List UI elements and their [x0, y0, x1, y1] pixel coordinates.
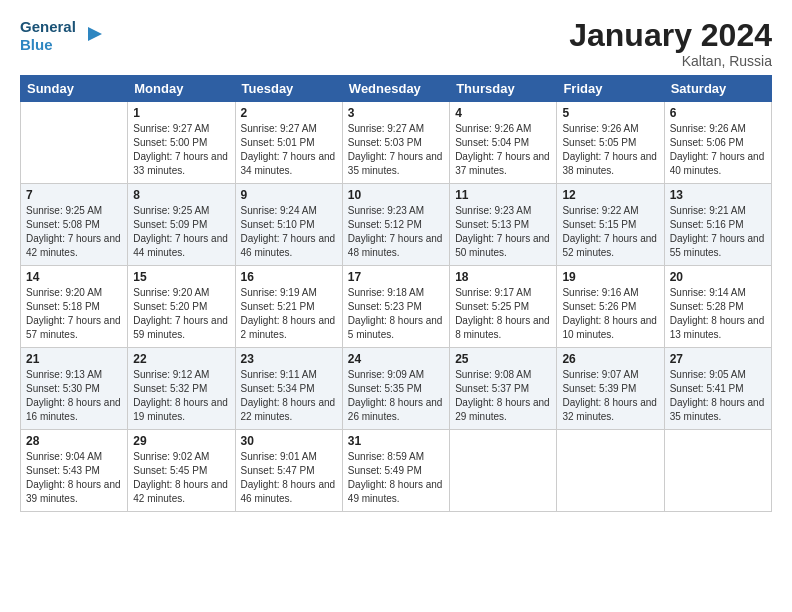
- title-block: January 2024 Kaltan, Russia: [569, 18, 772, 69]
- day-info: Sunrise: 9:07 AMSunset: 5:39 PMDaylight:…: [562, 369, 657, 422]
- day-cell: 9 Sunrise: 9:24 AMSunset: 5:10 PMDayligh…: [235, 184, 342, 266]
- day-number: 22: [133, 352, 229, 366]
- day-cell: 1 Sunrise: 9:27 AMSunset: 5:00 PMDayligh…: [128, 102, 235, 184]
- day-cell: [21, 102, 128, 184]
- week-row-3: 14 Sunrise: 9:20 AMSunset: 5:18 PMDaylig…: [21, 266, 772, 348]
- day-number: 14: [26, 270, 122, 284]
- week-row-1: 1 Sunrise: 9:27 AMSunset: 5:00 PMDayligh…: [21, 102, 772, 184]
- day-info: Sunrise: 8:59 AMSunset: 5:49 PMDaylight:…: [348, 451, 443, 504]
- day-cell: 10 Sunrise: 9:23 AMSunset: 5:12 PMDaylig…: [342, 184, 449, 266]
- day-cell: 8 Sunrise: 9:25 AMSunset: 5:09 PMDayligh…: [128, 184, 235, 266]
- day-number: 25: [455, 352, 551, 366]
- day-cell: 5 Sunrise: 9:26 AMSunset: 5:05 PMDayligh…: [557, 102, 664, 184]
- day-cell: 15 Sunrise: 9:20 AMSunset: 5:20 PMDaylig…: [128, 266, 235, 348]
- day-number: 19: [562, 270, 658, 284]
- day-number: 2: [241, 106, 337, 120]
- day-number: 1: [133, 106, 229, 120]
- day-cell: 27 Sunrise: 9:05 AMSunset: 5:41 PMDaylig…: [664, 348, 771, 430]
- header: General Blue January 2024 Kaltan, Russia: [20, 18, 772, 69]
- day-cell: 3 Sunrise: 9:27 AMSunset: 5:03 PMDayligh…: [342, 102, 449, 184]
- location: Kaltan, Russia: [569, 53, 772, 69]
- day-info: Sunrise: 9:18 AMSunset: 5:23 PMDaylight:…: [348, 287, 443, 340]
- day-info: Sunrise: 9:20 AMSunset: 5:20 PMDaylight:…: [133, 287, 228, 340]
- day-info: Sunrise: 9:25 AMSunset: 5:08 PMDaylight:…: [26, 205, 121, 258]
- day-number: 17: [348, 270, 444, 284]
- day-info: Sunrise: 9:17 AMSunset: 5:25 PMDaylight:…: [455, 287, 550, 340]
- day-cell: 2 Sunrise: 9:27 AMSunset: 5:01 PMDayligh…: [235, 102, 342, 184]
- logo: General Blue: [20, 18, 104, 53]
- day-info: Sunrise: 9:26 AMSunset: 5:04 PMDaylight:…: [455, 123, 550, 176]
- day-number: 15: [133, 270, 229, 284]
- day-info: Sunrise: 9:22 AMSunset: 5:15 PMDaylight:…: [562, 205, 657, 258]
- day-number: 30: [241, 434, 337, 448]
- logo-arrow-icon: [82, 23, 104, 45]
- day-cell: 19 Sunrise: 9:16 AMSunset: 5:26 PMDaylig…: [557, 266, 664, 348]
- month-title: January 2024: [569, 18, 772, 53]
- col-tuesday: Tuesday: [235, 76, 342, 102]
- day-number: 3: [348, 106, 444, 120]
- day-info: Sunrise: 9:24 AMSunset: 5:10 PMDaylight:…: [241, 205, 336, 258]
- day-info: Sunrise: 9:05 AMSunset: 5:41 PMDaylight:…: [670, 369, 765, 422]
- day-cell: 6 Sunrise: 9:26 AMSunset: 5:06 PMDayligh…: [664, 102, 771, 184]
- day-number: 13: [670, 188, 766, 202]
- day-info: Sunrise: 9:04 AMSunset: 5:43 PMDaylight:…: [26, 451, 121, 504]
- day-number: 28: [26, 434, 122, 448]
- day-info: Sunrise: 9:11 AMSunset: 5:34 PMDaylight:…: [241, 369, 336, 422]
- day-cell: 20 Sunrise: 9:14 AMSunset: 5:28 PMDaylig…: [664, 266, 771, 348]
- day-info: Sunrise: 9:08 AMSunset: 5:37 PMDaylight:…: [455, 369, 550, 422]
- day-info: Sunrise: 9:27 AMSunset: 5:01 PMDaylight:…: [241, 123, 336, 176]
- day-cell: 23 Sunrise: 9:11 AMSunset: 5:34 PMDaylig…: [235, 348, 342, 430]
- day-info: Sunrise: 9:27 AMSunset: 5:00 PMDaylight:…: [133, 123, 228, 176]
- day-info: Sunrise: 9:21 AMSunset: 5:16 PMDaylight:…: [670, 205, 765, 258]
- day-info: Sunrise: 9:26 AMSunset: 5:05 PMDaylight:…: [562, 123, 657, 176]
- day-number: 18: [455, 270, 551, 284]
- day-number: 5: [562, 106, 658, 120]
- day-number: 12: [562, 188, 658, 202]
- day-cell: 22 Sunrise: 9:12 AMSunset: 5:32 PMDaylig…: [128, 348, 235, 430]
- logo-blue: Blue: [20, 36, 53, 53]
- header-row: Sunday Monday Tuesday Wednesday Thursday…: [21, 76, 772, 102]
- day-cell: 14 Sunrise: 9:20 AMSunset: 5:18 PMDaylig…: [21, 266, 128, 348]
- day-info: Sunrise: 9:16 AMSunset: 5:26 PMDaylight:…: [562, 287, 657, 340]
- day-cell: 11 Sunrise: 9:23 AMSunset: 5:13 PMDaylig…: [450, 184, 557, 266]
- day-number: 8: [133, 188, 229, 202]
- day-cell: 18 Sunrise: 9:17 AMSunset: 5:25 PMDaylig…: [450, 266, 557, 348]
- calendar-page: General Blue January 2024 Kaltan, Russia…: [0, 0, 792, 522]
- day-cell: 28 Sunrise: 9:04 AMSunset: 5:43 PMDaylig…: [21, 430, 128, 512]
- day-number: 20: [670, 270, 766, 284]
- day-cell: 21 Sunrise: 9:13 AMSunset: 5:30 PMDaylig…: [21, 348, 128, 430]
- day-cell: 4 Sunrise: 9:26 AMSunset: 5:04 PMDayligh…: [450, 102, 557, 184]
- col-sunday: Sunday: [21, 76, 128, 102]
- day-info: Sunrise: 9:23 AMSunset: 5:12 PMDaylight:…: [348, 205, 443, 258]
- day-cell: 24 Sunrise: 9:09 AMSunset: 5:35 PMDaylig…: [342, 348, 449, 430]
- day-info: Sunrise: 9:26 AMSunset: 5:06 PMDaylight:…: [670, 123, 765, 176]
- day-cell: 31 Sunrise: 8:59 AMSunset: 5:49 PMDaylig…: [342, 430, 449, 512]
- col-thursday: Thursday: [450, 76, 557, 102]
- day-number: 27: [670, 352, 766, 366]
- day-cell: 17 Sunrise: 9:18 AMSunset: 5:23 PMDaylig…: [342, 266, 449, 348]
- day-number: 6: [670, 106, 766, 120]
- day-cell: 29 Sunrise: 9:02 AMSunset: 5:45 PMDaylig…: [128, 430, 235, 512]
- day-info: Sunrise: 9:25 AMSunset: 5:09 PMDaylight:…: [133, 205, 228, 258]
- day-number: 26: [562, 352, 658, 366]
- logo-general: General: [20, 18, 76, 35]
- day-number: 24: [348, 352, 444, 366]
- week-row-5: 28 Sunrise: 9:04 AMSunset: 5:43 PMDaylig…: [21, 430, 772, 512]
- week-row-2: 7 Sunrise: 9:25 AMSunset: 5:08 PMDayligh…: [21, 184, 772, 266]
- col-monday: Monday: [128, 76, 235, 102]
- day-cell: [450, 430, 557, 512]
- day-cell: 30 Sunrise: 9:01 AMSunset: 5:47 PMDaylig…: [235, 430, 342, 512]
- day-cell: [557, 430, 664, 512]
- week-row-4: 21 Sunrise: 9:13 AMSunset: 5:30 PMDaylig…: [21, 348, 772, 430]
- day-info: Sunrise: 9:14 AMSunset: 5:28 PMDaylight:…: [670, 287, 765, 340]
- day-cell: 16 Sunrise: 9:19 AMSunset: 5:21 PMDaylig…: [235, 266, 342, 348]
- day-cell: 25 Sunrise: 9:08 AMSunset: 5:37 PMDaylig…: [450, 348, 557, 430]
- col-friday: Friday: [557, 76, 664, 102]
- col-saturday: Saturday: [664, 76, 771, 102]
- day-info: Sunrise: 9:20 AMSunset: 5:18 PMDaylight:…: [26, 287, 121, 340]
- day-cell: 12 Sunrise: 9:22 AMSunset: 5:15 PMDaylig…: [557, 184, 664, 266]
- day-number: 29: [133, 434, 229, 448]
- day-info: Sunrise: 9:02 AMSunset: 5:45 PMDaylight:…: [133, 451, 228, 504]
- day-info: Sunrise: 9:23 AMSunset: 5:13 PMDaylight:…: [455, 205, 550, 258]
- day-info: Sunrise: 9:19 AMSunset: 5:21 PMDaylight:…: [241, 287, 336, 340]
